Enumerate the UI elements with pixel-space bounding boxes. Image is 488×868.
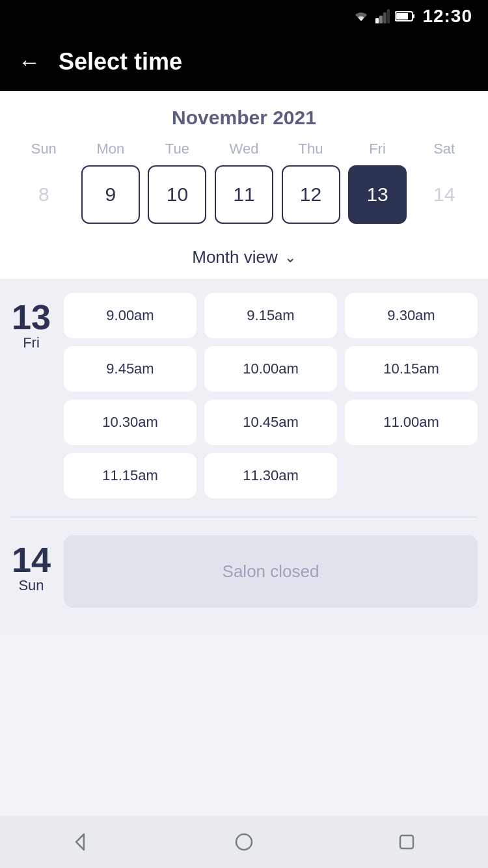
nav-recent-button[interactable] — [392, 828, 421, 856]
dates-row: 8 9 10 11 12 13 14 — [10, 165, 478, 236]
slot-1000am[interactable]: 10.00am — [204, 346, 337, 392]
svg-rect-3 — [387, 9, 390, 23]
svg-rect-2 — [383, 12, 386, 23]
svg-rect-9 — [400, 835, 413, 848]
date-9[interactable]: 9 — [81, 165, 140, 224]
status-icons — [352, 9, 416, 23]
svg-rect-5 — [413, 14, 414, 18]
slot-1045am[interactable]: 10.45am — [204, 400, 337, 445]
svg-marker-7 — [76, 834, 84, 850]
day-name-14: Sun — [18, 577, 44, 594]
day-label-14: 14 Sun — [10, 536, 52, 608]
slot-930am[interactable]: 9.30am — [345, 293, 478, 338]
svg-point-8 — [236, 834, 252, 850]
weekday-thu: Thu — [282, 141, 340, 157]
back-button[interactable]: ← — [18, 51, 40, 73]
slot-1015am[interactable]: 10.15am — [345, 346, 478, 392]
nav-back-button[interactable] — [67, 828, 96, 856]
date-12[interactable]: 12 — [282, 165, 340, 224]
svg-rect-1 — [379, 16, 383, 23]
slot-1100am[interactable]: 11.00am — [345, 400, 478, 445]
month-view-toggle[interactable]: Month view ⌄ — [0, 236, 488, 280]
slot-915am[interactable]: 9.15am — [204, 293, 337, 338]
day-number-14: 14 — [12, 542, 51, 577]
date-11[interactable]: 11 — [215, 165, 273, 224]
month-year: November 2021 — [10, 107, 478, 129]
day-divider — [10, 517, 478, 517]
day-block-13: 13 Fri 9.00am 9.15am 9.30am 9.45am 10.00… — [10, 293, 478, 498]
battery-icon — [395, 10, 416, 22]
calendar-section: November 2021 Sun Mon Tue Wed Thu Fri Sa… — [0, 91, 488, 236]
chevron-down-icon: ⌄ — [284, 249, 296, 266]
page-title: Select time — [59, 48, 182, 75]
slot-900am[interactable]: 9.00am — [64, 293, 197, 338]
slots-grid-13: 9.00am 9.15am 9.30am 9.45am 10.00am 10.1… — [64, 293, 478, 498]
weekday-sun: Sun — [14, 141, 73, 157]
salon-closed-message: Salon closed — [64, 536, 478, 608]
status-time: 12:30 — [422, 6, 472, 27]
day-name-13: Fri — [23, 334, 40, 351]
date-14[interactable]: 14 — [415, 165, 474, 224]
date-8[interactable]: 8 — [14, 165, 73, 224]
slot-1130am[interactable]: 11.30am — [204, 453, 337, 498]
slots-section: 13 Fri 9.00am 9.15am 9.30am 9.45am 10.00… — [0, 280, 488, 634]
slot-1030am[interactable]: 10.30am — [64, 400, 197, 445]
weekday-tue: Tue — [148, 141, 206, 157]
slot-945am[interactable]: 9.45am — [64, 346, 197, 392]
status-bar: 12:30 — [0, 0, 488, 33]
weekday-wed: Wed — [215, 141, 273, 157]
nav-home-button[interactable] — [230, 828, 258, 856]
day-label-13: 13 Fri — [10, 293, 52, 498]
day-number-13: 13 — [12, 299, 51, 334]
weekday-row: Sun Mon Tue Wed Thu Fri Sat — [10, 141, 478, 157]
svg-rect-0 — [375, 18, 379, 23]
date-13[interactable]: 13 — [348, 165, 407, 224]
date-10[interactable]: 10 — [148, 165, 206, 224]
svg-rect-6 — [396, 13, 408, 20]
weekday-mon: Mon — [81, 141, 140, 157]
day-block-14: 14 Sun Salon closed — [10, 536, 478, 608]
android-nav-bar — [0, 816, 488, 868]
weekday-sat: Sat — [415, 141, 474, 157]
signal-icon — [375, 9, 390, 23]
month-view-label: Month view — [192, 247, 278, 267]
weekday-fri: Fri — [348, 141, 407, 157]
header: ← Select time — [0, 33, 488, 91]
wifi-icon — [352, 9, 370, 23]
slot-1115am[interactable]: 11.15am — [64, 453, 197, 498]
